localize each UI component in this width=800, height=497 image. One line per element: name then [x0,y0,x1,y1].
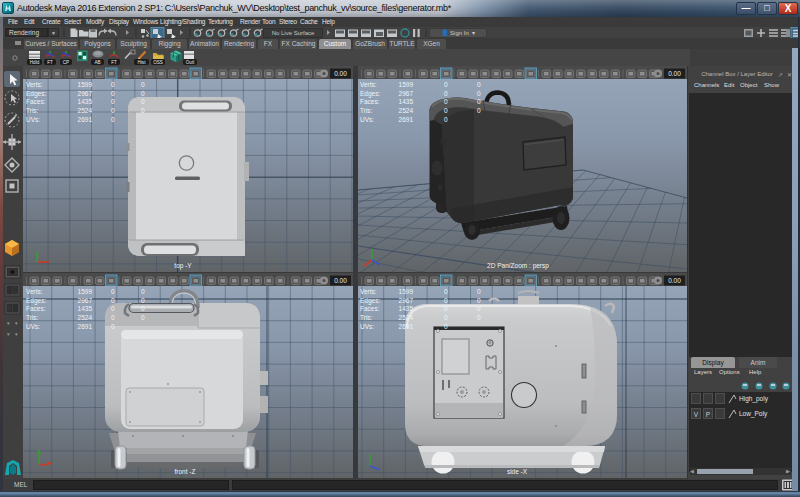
svg-text:0: 0 [444,323,448,330]
svg-text:2524: 2524 [78,314,93,321]
svg-text:1435: 1435 [78,98,93,105]
svg-text:side -X: side -X [507,468,528,475]
svg-text:0: 0 [111,98,115,105]
svg-text:Hdld: Hdld [30,60,40,65]
svg-text:2691: 2691 [78,116,93,123]
svg-text:▾: ▾ [7,320,10,326]
svg-text:0: 0 [141,288,145,295]
svg-text:0: 0 [444,116,448,123]
svg-text:0: 0 [477,107,481,114]
svg-text:0: 0 [444,107,448,114]
svg-text:Tris:: Tris: [26,314,39,321]
svg-text:0: 0 [111,90,115,97]
svg-text:CP: CP [63,60,69,65]
svg-text:Faces:: Faces: [360,98,380,105]
svg-text:Tris:: Tris: [360,314,373,321]
svg-text:▾: ▾ [15,331,18,337]
svg-text:0: 0 [141,107,145,114]
svg-text:0: 0 [111,81,115,88]
svg-text:2967: 2967 [78,297,93,304]
svg-text:1435: 1435 [78,305,93,312]
svg-text:Edges:: Edges: [26,297,46,305]
svg-text:0: 0 [444,297,448,304]
svg-text:0: 0 [477,314,481,321]
svg-text:Edges:: Edges: [26,90,46,98]
svg-text:0: 0 [111,314,115,321]
svg-text:0.00: 0.00 [668,70,681,77]
svg-text:top -Y: top -Y [174,262,192,270]
svg-text:1599: 1599 [399,288,414,295]
svg-text:0: 0 [444,81,448,88]
svg-text:AB: AB [94,60,100,65]
svg-text:0: 0 [111,297,115,304]
svg-text:1435: 1435 [399,98,414,105]
svg-text:0: 0 [444,305,448,312]
svg-text:UVs:: UVs: [26,323,40,330]
svg-text:1435: 1435 [399,305,414,312]
svg-text:0: 0 [444,314,448,321]
svg-text:0: 0 [477,288,481,295]
svg-text:OSS: OSS [153,60,163,65]
svg-text:0: 0 [141,90,145,97]
svg-text:0: 0 [477,98,481,105]
svg-text:Outl: Outl [186,60,194,65]
svg-text:UVs:: UVs: [26,116,40,123]
svg-text:Hist: Hist [138,60,147,65]
svg-text:0: 0 [111,305,115,312]
svg-text:Faces:: Faces: [26,305,46,312]
svg-text:2D Pan/Zoom : persp: 2D Pan/Zoom : persp [487,262,549,270]
svg-text:0: 0 [111,107,115,114]
svg-text:0.00: 0.00 [668,277,681,284]
svg-text:0: 0 [444,98,448,105]
svg-text:0: 0 [111,288,115,295]
svg-text:2967: 2967 [399,297,414,304]
svg-text:2691: 2691 [399,116,414,123]
svg-text:▾: ▾ [15,320,18,326]
svg-text:UVs:: UVs: [360,323,374,330]
svg-text:Tris:: Tris: [360,107,373,114]
svg-text:0: 0 [477,297,481,304]
svg-text:Faces:: Faces: [26,98,46,105]
svg-text:0: 0 [444,288,448,295]
svg-text:Faces:: Faces: [360,305,380,312]
svg-text:Tris:: Tris: [26,107,39,114]
svg-text:2967: 2967 [399,90,414,97]
svg-text:2524: 2524 [399,314,414,321]
svg-text:1599: 1599 [78,81,93,88]
svg-text:Verts:: Verts: [26,81,43,88]
svg-text:Edges:: Edges: [360,297,380,305]
svg-text:Edges:: Edges: [360,90,380,98]
svg-text:Verts:: Verts: [360,81,377,88]
svg-text:2967: 2967 [78,90,93,97]
svg-text:2524: 2524 [399,107,414,114]
svg-text:0: 0 [111,323,115,330]
svg-text:0: 0 [444,90,448,97]
svg-text:2691: 2691 [399,323,414,330]
svg-text:▾: ▾ [7,331,10,337]
svg-text:Verts:: Verts: [360,288,377,295]
svg-text:0: 0 [141,314,145,321]
svg-text:0: 0 [477,90,481,97]
svg-text:0: 0 [141,305,145,312]
svg-text:FT: FT [111,60,117,65]
svg-text:0: 0 [111,116,115,123]
svg-text:2691: 2691 [78,323,93,330]
svg-text:UVs:: UVs: [360,116,374,123]
svg-text:1599: 1599 [78,288,93,295]
svg-text:0.00: 0.00 [334,70,347,77]
svg-text:0: 0 [477,81,481,88]
svg-text:Verts:: Verts: [26,288,43,295]
svg-text:0: 0 [141,297,145,304]
svg-text:FT: FT [47,60,53,65]
svg-text:0: 0 [141,81,145,88]
svg-text:0.00: 0.00 [334,277,347,284]
svg-text:1599: 1599 [399,81,414,88]
svg-text:0: 0 [477,305,481,312]
svg-text:front -Z: front -Z [175,468,196,475]
svg-text:0: 0 [141,98,145,105]
svg-text:2524: 2524 [78,107,93,114]
